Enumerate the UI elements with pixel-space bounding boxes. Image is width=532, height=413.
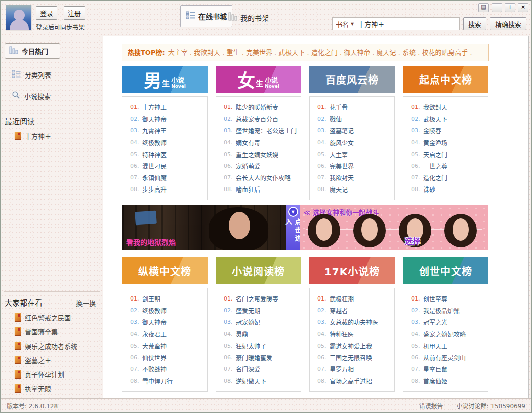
ranked-book-item[interactable]: 02.盛爱无期 — [224, 305, 299, 316]
sidebar-book-item[interactable]: 曾国藩全集 — [14, 327, 103, 336]
ranked-book-item[interactable]: 06.完美世界 — [317, 160, 392, 172]
ranked-book-item[interactable]: 03.御天神帝 — [130, 316, 205, 328]
ranked-book-item[interactable]: 01.剑王朝 — [130, 293, 205, 305]
ranked-book-item[interactable]: 04.永夜君王 — [130, 328, 205, 340]
ranked-book-item[interactable]: 06.仙侠世界 — [130, 352, 205, 363]
ranked-book-item[interactable]: 02.戮仙 — [317, 113, 392, 125]
search-input[interactable] — [358, 20, 434, 28]
banner-cta-strip[interactable]: ▼ 点击进入 — [286, 205, 300, 250]
minimize-button[interactable]: ─ — [492, 3, 502, 12]
ranked-book-item[interactable]: 01.十方神王 — [130, 101, 205, 113]
ad-banner[interactable]: 看我的地狱烈焰 ▼ 点击进入 ≪ 选择女神和你一起战斗 选择 — [122, 205, 488, 250]
ranked-book-item[interactable]: 03.女总裁的功夫神医 — [317, 316, 392, 328]
ranked-book-item[interactable]: 07.永镇仙魔 — [130, 172, 205, 183]
ranked-book-item[interactable]: 08.嗜血狂后 — [224, 183, 299, 195]
ranked-book-item[interactable]: 08.官场之高手过招 — [317, 375, 392, 387]
hot-search-term[interactable]: 魔天记 — [377, 49, 402, 56]
ranked-book-item[interactable]: 05.大主宰 — [317, 148, 392, 160]
close-button[interactable]: × — [518, 3, 528, 12]
ranked-book-item[interactable]: 08.雪中悍刀行 — [130, 375, 205, 387]
register-button[interactable]: 注册 — [64, 6, 85, 20]
ranked-book-item[interactable]: 03.冠军之光 — [411, 316, 486, 328]
skin-button[interactable]: ▤ — [478, 3, 489, 12]
ranked-book-item[interactable]: 05.大荒蛮神 — [130, 340, 205, 352]
ranked-book-item[interactable]: 02.终极教师 — [130, 305, 205, 316]
hot-search-term[interactable]: 完美世界 — [246, 49, 278, 56]
ranked-book-item[interactable]: 01.武极狂潮 — [317, 293, 392, 305]
ranked-book-item[interactable]: 03.盗墓笔记 — [317, 125, 392, 136]
ranked-book-item[interactable]: 06.宠婚萌爱 — [224, 160, 299, 172]
maximize-button[interactable]: + — [505, 3, 515, 12]
ranked-book-item[interactable]: 08.步步高升 — [130, 183, 205, 195]
refresh-link[interactable]: 换一换 — [76, 298, 96, 308]
ranked-book-item[interactable]: 06.从前有座灵剑山 — [411, 352, 486, 363]
ranked-book-item[interactable]: 02.穿越者 — [317, 305, 392, 316]
sidebar-item-categories[interactable]: 分类列表 — [12, 70, 103, 80]
ranked-book-item[interactable]: 03.冠宠嫡妃 — [224, 316, 299, 328]
ranked-book-item[interactable]: 01.名门之蜜爱暖妻 — [224, 293, 299, 305]
ranked-book-item[interactable]: 08.首席仙姬 — [411, 375, 486, 387]
ranked-book-item[interactable]: 06.混世刁民 — [130, 160, 205, 172]
ranked-book-item[interactable]: 04.盛宠之嫡妃攻略 — [411, 328, 486, 340]
ranked-book-item[interactable]: 08.诛砂 — [411, 183, 486, 195]
ranked-book-item[interactable]: 04.终极教师 — [130, 137, 205, 148]
ranked-book-item[interactable]: 05.重生之嫡女妖娆 — [224, 148, 299, 160]
tab-online-bookstore[interactable]: 在线书城 — [180, 5, 232, 27]
search-category-dropdown[interactable]: 书名 ▼ — [336, 19, 354, 29]
ranked-book-item[interactable]: 06.三国之无限召唤 — [317, 352, 392, 363]
ranked-book-item[interactable]: 04.灵鼎 — [224, 328, 299, 340]
ranked-book-item[interactable]: 04.黄金渔场 — [411, 137, 486, 148]
ranked-book-item[interactable]: 07.我欲封天 — [317, 172, 392, 183]
error-report-link[interactable]: 错误报告 — [419, 401, 443, 410]
ranked-book-item[interactable]: 03.九霄神王 — [130, 125, 205, 136]
ranked-book-item[interactable]: 01.创世至尊 — [411, 293, 486, 305]
hot-search-term[interactable]: 武极天下 — [278, 49, 311, 56]
ranked-book-item[interactable]: 04.旋风少女 — [317, 137, 392, 148]
sidebar-book-item[interactable]: 执掌无限 — [14, 384, 103, 393]
hot-search-term[interactable]: 重生 — [227, 49, 246, 56]
ranked-book-item[interactable]: 06.豪门暖婚蜜爱 — [224, 352, 299, 363]
hot-search-term[interactable]: 造化之门 — [311, 49, 344, 56]
ranked-book-item[interactable]: 01.花千骨 — [317, 101, 392, 113]
ranked-book-item[interactable]: 08.逆妃傲天下 — [224, 375, 299, 387]
sidebar-item-novel-search[interactable]: 小说搜索 — [12, 91, 103, 101]
ranked-book-item[interactable]: 05.天启之门 — [411, 148, 486, 160]
ranked-book-item[interactable]: 04.特种狂医 — [317, 328, 392, 340]
hot-search-term[interactable]: 系统 — [402, 49, 422, 56]
ranked-book-item[interactable]: 05.特种神医 — [130, 148, 205, 160]
sidebar-book-item[interactable]: 贞子怀孕计划 — [14, 369, 103, 379]
login-button[interactable]: 登录 — [36, 6, 57, 20]
ranked-book-item[interactable]: 02.总裁宠妻百分百 — [224, 113, 299, 125]
sidebar-book-item[interactable]: 盗墓之王 — [14, 355, 103, 365]
hot-search-term[interactable]: 大主宰 — [168, 49, 194, 56]
ranked-book-item[interactable]: 02.御天神帝 — [130, 113, 205, 125]
ranked-book-item[interactable]: 04.嫡女有毒 — [224, 137, 299, 148]
ranked-book-item[interactable]: 07.星空巨鼠 — [411, 363, 486, 375]
ranked-book-item[interactable]: 03.盛世婚宠：老公送上门 — [224, 125, 299, 136]
ranked-book-item[interactable]: 07.星罗万相 — [317, 363, 392, 375]
ranked-book-item[interactable]: 05.狂妃太帅了 — [224, 340, 299, 352]
ranked-book-item[interactable]: 02.我是极品炉鼎 — [411, 305, 486, 316]
sidebar-book-item[interactable]: 十方神王 — [14, 131, 103, 141]
ranked-book-item[interactable]: 01.我欲封天 — [411, 101, 486, 113]
precise-search-button[interactable]: 精确搜索 — [490, 17, 526, 30]
sidebar-item-today-hot[interactable]: 今日热门 — [5, 43, 60, 59]
ranked-book-item[interactable]: 07.名门深爱 — [224, 363, 299, 375]
search-box[interactable]: 书名 ▼ — [332, 17, 460, 30]
ranked-book-item[interactable]: 01.陆少的暖婚新妻 — [224, 101, 299, 113]
ranked-book-item[interactable]: 05.机甲天王 — [411, 340, 486, 352]
ranked-book-item[interactable]: 07.不败战神 — [130, 363, 205, 375]
ranked-book-item[interactable]: 07.会长大人的女仆攻略 — [224, 172, 299, 183]
ranked-book-item[interactable]: 08.魔天记 — [317, 183, 392, 195]
ad-banner-right[interactable]: ≪ 选择女神和你一起战斗 选择 — [300, 205, 488, 250]
ranked-book-item[interactable]: 06.一世之尊 — [411, 160, 486, 172]
sidebar-book-item[interactable]: 娱乐之成功者系统 — [14, 341, 103, 351]
tab-my-bookshelf[interactable]: 我的书架 — [228, 12, 269, 23]
sidebar-book-item[interactable]: 红色警戒之民国 — [14, 313, 103, 322]
ad-banner-left[interactable]: 看我的地狱烈焰 ▼ 点击进入 — [122, 205, 300, 250]
search-button[interactable]: 搜索 — [463, 17, 486, 30]
hot-search-term[interactable]: 我欲封天 — [194, 49, 226, 56]
ranked-book-item[interactable]: 03.金陵春 — [411, 125, 486, 136]
user-avatar[interactable] — [6, 5, 32, 31]
ranked-book-item[interactable]: 02.武极天下 — [411, 113, 486, 125]
